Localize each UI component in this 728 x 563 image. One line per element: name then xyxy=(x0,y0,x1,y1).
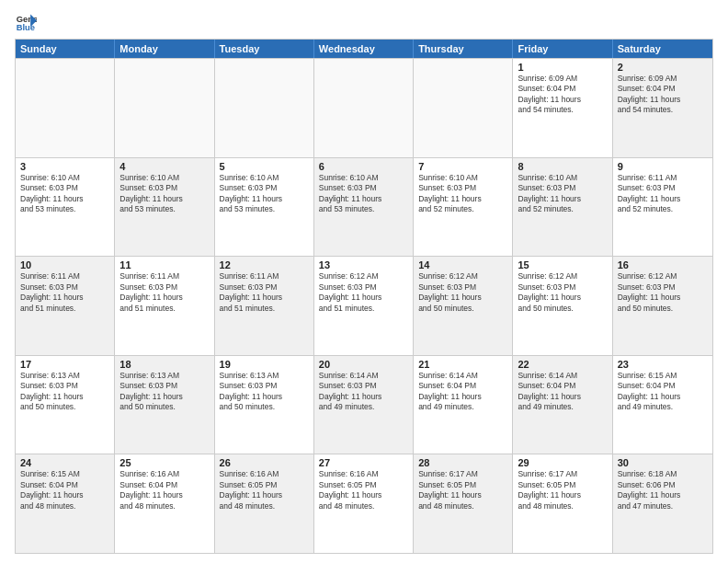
calendar-cell: 1Sunrise: 6:09 AMSunset: 6:04 PMDaylight… xyxy=(513,59,612,157)
cell-info: Sunrise: 6:09 AMSunset: 6:04 PMDaylight:… xyxy=(518,74,607,116)
calendar-cell: 24Sunrise: 6:15 AMSunset: 6:04 PMDayligh… xyxy=(16,454,115,553)
day-number: 8 xyxy=(518,161,607,172)
day-number: 3 xyxy=(20,161,109,172)
calendar-header: SundayMondayTuesdayWednesdayThursdayFrid… xyxy=(16,40,712,58)
day-number: 7 xyxy=(418,161,507,172)
calendar-cell: 27Sunrise: 6:16 AMSunset: 6:05 PMDayligh… xyxy=(314,454,414,553)
calendar-cell: 17Sunrise: 6:13 AMSunset: 6:03 PMDayligh… xyxy=(16,356,115,454)
calendar-cell: 10Sunrise: 6:11 AMSunset: 6:03 PMDayligh… xyxy=(16,257,115,355)
calendar-cell: 6Sunrise: 6:10 AMSunset: 6:03 PMDaylight… xyxy=(314,158,414,257)
cell-info: Sunrise: 6:11 AMSunset: 6:03 PMDaylight:… xyxy=(220,271,309,314)
day-number: 19 xyxy=(220,359,309,370)
calendar-row-1: 3Sunrise: 6:10 AMSunset: 6:03 PMDaylight… xyxy=(16,157,712,257)
cell-info: Sunrise: 6:17 AMSunset: 6:05 PMDaylight:… xyxy=(418,469,507,511)
day-number: 30 xyxy=(618,457,708,468)
header-day-monday: Monday xyxy=(115,40,214,58)
calendar-cell: 16Sunrise: 6:12 AMSunset: 6:03 PMDayligh… xyxy=(613,257,712,355)
day-number: 23 xyxy=(618,359,708,370)
cell-info: Sunrise: 6:16 AMSunset: 6:05 PMDaylight:… xyxy=(220,469,309,511)
cell-info: Sunrise: 6:10 AMSunset: 6:03 PMDaylight:… xyxy=(119,173,209,215)
day-number: 10 xyxy=(20,259,109,270)
cell-info: Sunrise: 6:14 AMSunset: 6:04 PMDaylight:… xyxy=(418,371,507,413)
cell-info: Sunrise: 6:11 AMSunset: 6:03 PMDaylight:… xyxy=(20,271,109,314)
header-day-tuesday: Tuesday xyxy=(215,40,314,58)
calendar-cell: 28Sunrise: 6:17 AMSunset: 6:05 PMDayligh… xyxy=(414,454,513,553)
day-number: 29 xyxy=(518,457,607,468)
calendar-cell: 12Sunrise: 6:11 AMSunset: 6:03 PMDayligh… xyxy=(215,257,314,355)
calendar-cell: 5Sunrise: 6:10 AMSunset: 6:03 PMDaylight… xyxy=(215,158,314,257)
cell-info: Sunrise: 6:10 AMSunset: 6:03 PMDaylight:… xyxy=(418,173,507,215)
calendar-body: 1Sunrise: 6:09 AMSunset: 6:04 PMDaylight… xyxy=(16,58,712,553)
calendar-cell: 7Sunrise: 6:10 AMSunset: 6:03 PMDaylight… xyxy=(414,158,513,257)
calendar-cell: 13Sunrise: 6:12 AMSunset: 6:03 PMDayligh… xyxy=(314,257,414,355)
day-number: 14 xyxy=(418,259,507,270)
calendar-cell: 9Sunrise: 6:11 AMSunset: 6:03 PMDaylight… xyxy=(613,158,712,257)
calendar-row-3: 17Sunrise: 6:13 AMSunset: 6:03 PMDayligh… xyxy=(16,355,712,454)
cell-info: Sunrise: 6:13 AMSunset: 6:03 PMDaylight:… xyxy=(20,371,109,413)
day-number: 1 xyxy=(518,62,607,73)
cell-info: Sunrise: 6:10 AMSunset: 6:03 PMDaylight:… xyxy=(20,173,109,215)
calendar-cell: 14Sunrise: 6:12 AMSunset: 6:03 PMDayligh… xyxy=(414,257,513,355)
calendar-row-2: 10Sunrise: 6:11 AMSunset: 6:03 PMDayligh… xyxy=(16,256,712,355)
cell-info: Sunrise: 6:09 AMSunset: 6:04 PMDaylight:… xyxy=(618,74,708,116)
calendar-cell xyxy=(215,59,314,157)
logo: General Blue xyxy=(15,11,40,33)
calendar-cell xyxy=(115,59,214,157)
day-number: 20 xyxy=(319,359,408,370)
cell-info: Sunrise: 6:10 AMSunset: 6:03 PMDaylight:… xyxy=(319,173,408,215)
calendar-cell: 29Sunrise: 6:17 AMSunset: 6:05 PMDayligh… xyxy=(513,454,612,553)
cell-info: Sunrise: 6:14 AMSunset: 6:04 PMDaylight:… xyxy=(518,371,607,413)
calendar-cell: 22Sunrise: 6:14 AMSunset: 6:04 PMDayligh… xyxy=(513,356,612,454)
calendar-cell: 20Sunrise: 6:14 AMSunset: 6:03 PMDayligh… xyxy=(314,356,414,454)
day-number: 24 xyxy=(20,457,109,468)
cell-info: Sunrise: 6:12 AMSunset: 6:03 PMDaylight:… xyxy=(518,271,607,314)
cell-info: Sunrise: 6:10 AMSunset: 6:03 PMDaylight:… xyxy=(220,173,309,215)
calendar-cell: 25Sunrise: 6:16 AMSunset: 6:04 PMDayligh… xyxy=(115,454,214,553)
calendar-cell xyxy=(16,59,115,157)
day-number: 17 xyxy=(20,359,109,370)
cell-info: Sunrise: 6:16 AMSunset: 6:05 PMDaylight:… xyxy=(319,469,408,511)
calendar-cell: 18Sunrise: 6:13 AMSunset: 6:03 PMDayligh… xyxy=(115,356,214,454)
calendar-cell: 3Sunrise: 6:10 AMSunset: 6:03 PMDaylight… xyxy=(16,158,115,257)
calendar-cell: 15Sunrise: 6:12 AMSunset: 6:03 PMDayligh… xyxy=(513,257,612,355)
cell-info: Sunrise: 6:12 AMSunset: 6:03 PMDaylight:… xyxy=(319,271,408,314)
day-number: 16 xyxy=(618,259,708,270)
day-number: 13 xyxy=(319,259,408,270)
cell-info: Sunrise: 6:18 AMSunset: 6:06 PMDaylight:… xyxy=(618,469,708,511)
calendar-cell: 4Sunrise: 6:10 AMSunset: 6:03 PMDaylight… xyxy=(115,158,214,257)
day-number: 12 xyxy=(220,259,309,270)
cell-info: Sunrise: 6:11 AMSunset: 6:03 PMDaylight:… xyxy=(119,271,209,314)
header-day-thursday: Thursday xyxy=(414,40,513,58)
calendar-cell: 11Sunrise: 6:11 AMSunset: 6:03 PMDayligh… xyxy=(115,257,214,355)
logo-icon: General Blue xyxy=(15,11,37,33)
calendar-cell: 19Sunrise: 6:13 AMSunset: 6:03 PMDayligh… xyxy=(215,356,314,454)
day-number: 11 xyxy=(119,259,209,270)
day-number: 22 xyxy=(518,359,607,370)
day-number: 25 xyxy=(119,457,209,468)
day-number: 4 xyxy=(119,161,209,172)
day-number: 2 xyxy=(618,62,708,73)
calendar-cell xyxy=(314,59,414,157)
cell-info: Sunrise: 6:16 AMSunset: 6:04 PMDaylight:… xyxy=(119,469,209,511)
cell-info: Sunrise: 6:13 AMSunset: 6:03 PMDaylight:… xyxy=(119,371,209,413)
day-number: 18 xyxy=(119,359,209,370)
calendar-cell: 23Sunrise: 6:15 AMSunset: 6:04 PMDayligh… xyxy=(613,356,712,454)
cell-info: Sunrise: 6:15 AMSunset: 6:04 PMDaylight:… xyxy=(20,469,109,511)
cell-info: Sunrise: 6:17 AMSunset: 6:05 PMDaylight:… xyxy=(518,469,607,511)
page: General Blue SundayMondayTuesdayWednesda… xyxy=(0,0,728,563)
cell-info: Sunrise: 6:12 AMSunset: 6:03 PMDaylight:… xyxy=(418,271,507,314)
day-number: 9 xyxy=(618,161,708,172)
calendar-cell: 30Sunrise: 6:18 AMSunset: 6:06 PMDayligh… xyxy=(613,454,712,553)
day-number: 27 xyxy=(319,457,408,468)
header-day-saturday: Saturday xyxy=(613,40,712,58)
header-day-sunday: Sunday xyxy=(16,40,115,58)
day-number: 5 xyxy=(220,161,309,172)
cell-info: Sunrise: 6:11 AMSunset: 6:03 PMDaylight:… xyxy=(618,173,708,215)
calendar-cell xyxy=(414,59,513,157)
header: General Blue xyxy=(15,11,713,33)
cell-info: Sunrise: 6:10 AMSunset: 6:03 PMDaylight:… xyxy=(518,173,607,215)
cell-info: Sunrise: 6:15 AMSunset: 6:04 PMDaylight:… xyxy=(618,371,708,413)
calendar-row-0: 1Sunrise: 6:09 AMSunset: 6:04 PMDaylight… xyxy=(16,58,712,157)
calendar-row-4: 24Sunrise: 6:15 AMSunset: 6:04 PMDayligh… xyxy=(16,454,712,553)
cell-info: Sunrise: 6:14 AMSunset: 6:03 PMDaylight:… xyxy=(319,371,408,413)
